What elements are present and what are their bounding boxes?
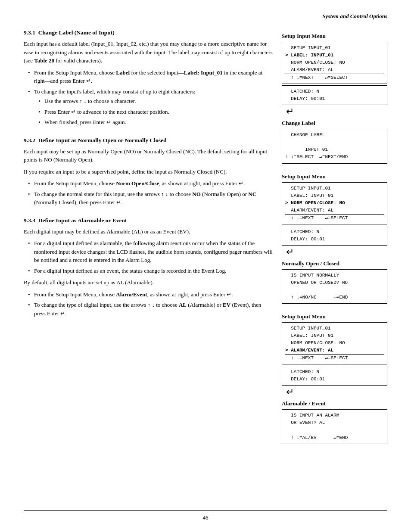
panel-933-alarm-lcd: IS INPUT AN ALARM OR EVENT? AL ↑ ↓=AL/EV… — [282, 409, 387, 444]
panel-933-menu-title: Setup Input Menu — [282, 313, 387, 320]
section-933-mid-para: By default, all digital inputs are set u… — [24, 278, 273, 287]
section-931-para1: Each input has a default label (Input_01… — [24, 40, 273, 65]
section-931-heading: Change Label (Name of Input) — [38, 29, 115, 36]
panel-932-no-nc-lcd: IS INPUT NORMALLY OPENED OR CLOSED? NO ↑… — [282, 269, 387, 304]
list-item: Press Enter ↵ to advance to the next cha… — [38, 108, 273, 116]
enter-arrow-931: ↵ — [286, 107, 387, 116]
lcd-line: NORM OPEN/CLOSE: NO — [285, 339, 384, 347]
section-931-number: 9.3.1 — [24, 29, 38, 36]
lcd-line: NORM OPEN/CLOSE: NO — [285, 59, 384, 66]
page-footer: 46 — [24, 510, 387, 521]
enter-arrow-932: ↵ — [286, 247, 387, 257]
section-932-number: 9.3.2 — [24, 137, 38, 143]
page: System and Control Options 9.3.1 Change … — [0, 0, 411, 532]
lcd-line: LABEL: INPUT_01 — [285, 332, 384, 339]
section-932-title: 9.3.2 Define Input as Normally Open or N… — [24, 137, 273, 144]
lcd-line: INPUT_01 — [285, 146, 384, 153]
lcd-line: ↑ ↓=NEXT ↵=SELECT — [285, 215, 384, 222]
header-text: System and Control Options — [322, 13, 387, 19]
page-number: 46 — [203, 514, 209, 521]
lcd-line: > NORM OPEN/CLOSE: NO — [285, 199, 384, 207]
section-931-title: 9.3.1 Change Label (Name of Input) — [24, 29, 273, 36]
lcd-line: > ALARM/EVENT: AL — [285, 347, 384, 354]
lcd-line: DELAY: 00:01 — [285, 236, 384, 243]
right-panel-931: Setup Input Menu SETUP INPUT_01 > LABEL:… — [282, 33, 387, 164]
section-932: 9.3.2 Define Input as Normally Open or N… — [24, 137, 273, 207]
panel-933-lcd-sub: LATCHED: N DELAY: 00:01 — [282, 366, 387, 386]
lcd-line: ↑ ↓=NEXT ↵=SELECT — [285, 355, 384, 362]
right-panel-933: Setup Input Menu SETUP INPUT_01 LABEL: I… — [282, 313, 387, 444]
lcd-line: SETUP INPUT_01 — [285, 44, 384, 52]
lcd-line — [285, 286, 384, 294]
list-item: From the Setup Input Menu, choose Norm O… — [28, 179, 273, 188]
lcd-line: CHANGE LABEL — [285, 131, 384, 139]
lcd-line: DELAY: 00:01 — [285, 95, 384, 103]
lcd-line: ↑ ↓=SELECT ↵=NEXT/END — [285, 153, 384, 161]
lcd-line: ↑ ↓=NO/NC ↵=END — [285, 294, 384, 301]
panel-932-lcd-sub: LATCHED: N DELAY: 00:01 — [282, 226, 387, 246]
panel-931-lcd-sub: LATCHED: N DELAY: 00:01 — [282, 85, 387, 105]
page-header: System and Control Options — [24, 13, 387, 22]
lcd-line: IS INPUT AN ALARM — [285, 412, 384, 419]
section-933-bullets1: For a digital input defined as alarmable… — [24, 239, 273, 275]
lcd-line: LATCHED: N — [285, 368, 384, 376]
list-item: Use the arrows ↑ ↓ to choose a character… — [38, 97, 273, 106]
list-item: From the Setup Input Menu, choose Alarm/… — [28, 290, 273, 299]
lcd-line: LABEL: INPUT_01 — [285, 192, 384, 199]
list-item: From the Setup Input Menu, choose Label … — [28, 68, 273, 85]
list-item: For a digital input defined as an event,… — [28, 267, 273, 275]
lcd-line: SETUP INPUT_01 — [285, 325, 384, 332]
list-item: To change the normal state for this inpu… — [28, 190, 273, 207]
panel-933-sub-title: Alarmable / Event — [282, 400, 387, 407]
lcd-line: SETUP INPUT_01 — [285, 185, 384, 192]
lcd-line: ALARM/EVENT: AL — [285, 66, 384, 74]
lcd-line: IS INPUT NORMALLY — [285, 272, 384, 279]
panel-933-lcd-main: SETUP INPUT_01 LABEL: INPUT_01 NORM OPEN… — [282, 322, 387, 364]
section-932-para2: If you require an input to be a supervis… — [24, 168, 273, 176]
list-item: To change the input's label, which may c… — [28, 87, 273, 127]
panel-931-sub-title: Change Label — [282, 120, 387, 127]
main-content: 9.3.1 Change Label (Name of Input) Each … — [24, 29, 387, 454]
section-933-bullets2: From the Setup Input Menu, choose Alarm/… — [24, 290, 273, 318]
section-932-heading: Define Input as Normally Open or Normall… — [38, 137, 167, 143]
lcd-line: ALARM/EVENT: AL — [285, 207, 384, 214]
section-933-para1: Each digital input may be defined as Ala… — [24, 227, 273, 236]
enter-arrow-933: ↵ — [286, 387, 387, 397]
lcd-line: LATCHED: N — [285, 228, 384, 236]
panel-931-menu-title: Setup Input Menu — [282, 33, 387, 40]
lcd-line — [285, 139, 384, 146]
lcd-line: DELAY: 00:01 — [285, 376, 384, 383]
section-933: 9.3.3 Define Input as Alarmable or Event… — [24, 217, 273, 318]
panel-932-sub-title: Normally Open / Closed — [282, 260, 387, 267]
panel-931-change-label-lcd: CHANGE LABEL INPUT_01 ↑ ↓=SELECT ↵=NEXT/… — [282, 129, 387, 163]
section-933-number: 9.3.3 — [24, 217, 38, 224]
list-item: To change the type of digital input, use… — [28, 301, 273, 317]
lcd-line: OPENED OR CLOSED? NO — [285, 279, 384, 286]
panel-932-lcd-main: SETUP INPUT_01 LABEL: INPUT_01 > NORM OP… — [282, 182, 387, 224]
section-932-bullets: From the Setup Input Menu, choose Norm O… — [24, 179, 273, 207]
lcd-line: ↑ ↓=NEXT ↵=SELECT — [285, 74, 384, 81]
lcd-line: LATCHED: N — [285, 88, 384, 95]
right-column: Setup Input Menu SETUP INPUT_01 > LABEL:… — [282, 29, 387, 454]
list-item: When finished, press Enter ↵ again. — [38, 118, 273, 127]
section-933-title: 9.3.3 Define Input as Alarmable or Event — [24, 217, 273, 224]
lcd-line: > LABEL: INPUT_01 — [285, 52, 384, 59]
section-931-bullets: From the Setup Input Menu, choose Label … — [24, 68, 273, 127]
section-933-heading: Define Input as Alarmable or Event — [38, 217, 127, 224]
list-item: For a digital input defined as alarmable… — [28, 239, 273, 264]
section-932-para1: Each input may be set up as Normally Ope… — [24, 147, 273, 164]
lcd-line: OR EVENT? AL — [285, 419, 384, 426]
panel-932-menu-title: Setup Input Menu — [282, 173, 387, 180]
lcd-line — [285, 426, 384, 434]
lcd-line: ↑ ↓=AL/EV ↵=END — [285, 434, 384, 442]
right-panel-932: Setup Input Menu SETUP INPUT_01 LABEL: I… — [282, 173, 387, 304]
section-931: 9.3.1 Change Label (Name of Input) Each … — [24, 29, 273, 127]
left-column: 9.3.1 Change Label (Name of Input) Each … — [24, 29, 273, 454]
panel-931-lcd-main: SETUP INPUT_01 > LABEL: INPUT_01 NORM OP… — [282, 42, 387, 84]
